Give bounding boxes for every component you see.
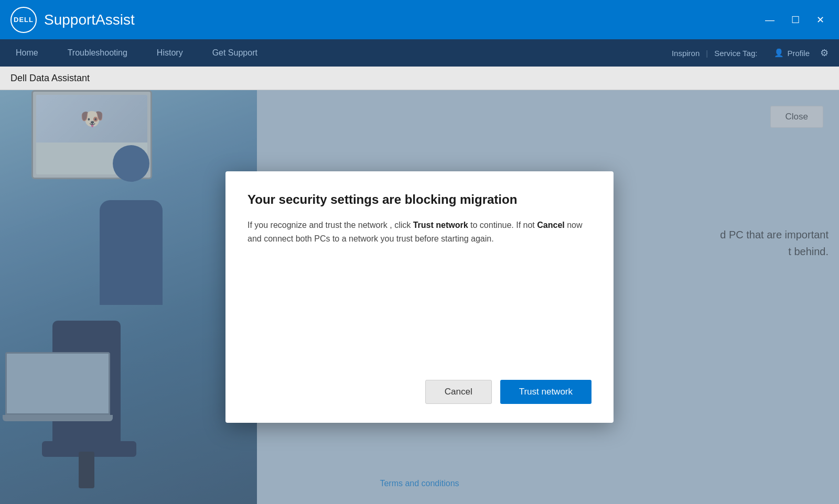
modal-title: Your security settings are blocking migr…	[248, 192, 591, 207]
title-bar: DELL SupportAssist — ☐ ✕	[0, 0, 839, 39]
maximize-button[interactable]: ☐	[787, 13, 804, 27]
profile-button[interactable]: 👤 Profile	[774, 48, 810, 58]
page-title: Dell Data Assistant	[10, 73, 90, 84]
device-name: Inspiron	[672, 49, 700, 58]
modal-footer: Cancel Trust network	[248, 380, 591, 404]
modal-body-text2: to continue. If not	[468, 221, 537, 229]
minimize-button[interactable]: —	[761, 13, 779, 27]
modal-trust-bold: Trust network	[413, 221, 468, 229]
nav-get-support[interactable]: Get Support	[198, 39, 272, 67]
modal-cancel-bold: Cancel	[537, 221, 564, 229]
nav-right: Inspiron | Service Tag: 👤 Profile ⚙	[672, 47, 829, 59]
profile-icon: 👤	[774, 48, 784, 58]
cancel-button[interactable]: Cancel	[425, 380, 492, 404]
nav-bar: Home Troubleshooting History Get Support…	[0, 39, 839, 67]
service-tag-label: Service Tag:	[714, 49, 757, 58]
settings-icon[interactable]: ⚙	[820, 47, 829, 59]
profile-label: Profile	[787, 49, 810, 58]
nav-history[interactable]: History	[142, 39, 198, 67]
nav-separator: |	[706, 49, 708, 58]
app-title: SupportAssist	[44, 12, 135, 28]
main-content: 🐶 Close d PC that are important t behind…	[0, 90, 839, 504]
nav-troubleshooting[interactable]: Troubleshooting	[53, 39, 142, 67]
security-modal: Your security settings are blocking migr…	[225, 171, 614, 423]
nav-links: Home Troubleshooting History Get Support	[10, 39, 672, 67]
dell-logo: DELL	[10, 7, 37, 33]
modal-body-text1: If you recognize and trust the network ,…	[248, 221, 413, 229]
window-controls: — ☐ ✕	[761, 13, 829, 27]
app-logo: DELL SupportAssist	[10, 7, 135, 33]
window-close-button[interactable]: ✕	[812, 13, 829, 27]
nav-home[interactable]: Home	[10, 39, 53, 67]
page-title-bar: Dell Data Assistant	[0, 67, 839, 90]
trust-network-button[interactable]: Trust network	[500, 380, 591, 404]
modal-body: If you recognize and trust the network ,…	[248, 218, 591, 364]
